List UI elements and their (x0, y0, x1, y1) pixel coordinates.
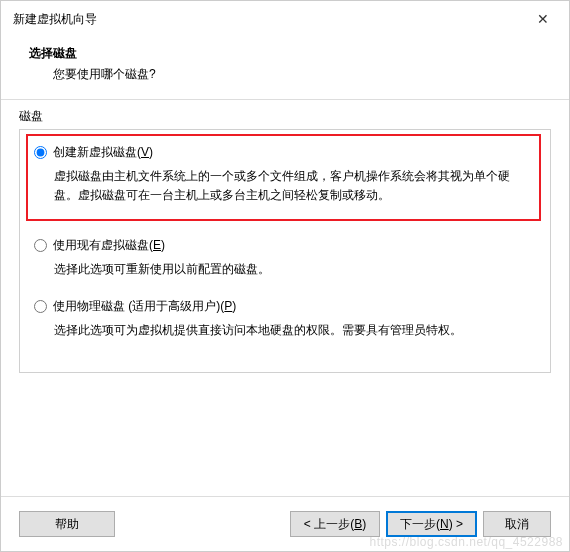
radio-existing[interactable] (34, 239, 47, 252)
radio-create-label[interactable]: 创建新虚拟磁盘(V) (53, 144, 153, 161)
option-create-new: 创建新虚拟磁盘(V) 虚拟磁盘由主机文件系统上的一个或多个文件组成，客户机操作系… (34, 144, 533, 205)
back-button[interactable]: < 上一步(B) (290, 511, 380, 537)
option-existing: 使用现有虚拟磁盘(E) 选择此选项可重新使用以前配置的磁盘。 (34, 237, 536, 279)
cancel-button[interactable]: 取消 (483, 511, 551, 537)
radio-physical-label[interactable]: 使用物理磁盘 (适用于高级用户)(P) (53, 298, 236, 315)
radio-create-new[interactable] (34, 146, 47, 159)
radio-physical[interactable] (34, 300, 47, 313)
footer-buttons: 帮助 < 上一步(B) 下一步(N) > 取消 (1, 511, 569, 537)
highlight-box: 创建新虚拟磁盘(V) 虚拟磁盘由主机文件系统上的一个或多个文件组成，客户机操作系… (26, 134, 541, 221)
help-button[interactable]: 帮助 (19, 511, 115, 537)
radio-existing-desc: 选择此选项可重新使用以前配置的磁盘。 (54, 260, 536, 279)
close-icon[interactable]: ✕ (529, 11, 557, 27)
page-title: 选择磁盘 (29, 45, 541, 62)
option-physical: 使用物理磁盘 (适用于高级用户)(P) 选择此选项可为虚拟机提供直接访问本地硬盘… (34, 298, 536, 340)
footer-divider (1, 496, 569, 497)
radio-existing-label[interactable]: 使用现有虚拟磁盘(E) (53, 237, 165, 254)
groupbox-label: 磁盘 (19, 108, 551, 125)
window-title: 新建虚拟机向导 (13, 11, 97, 28)
radio-physical-desc: 选择此选项可为虚拟机提供直接访问本地硬盘的权限。需要具有管理员特权。 (54, 321, 536, 340)
header-section: 选择磁盘 您要使用哪个磁盘? (1, 37, 569, 99)
page-subtitle: 您要使用哪个磁盘? (53, 66, 541, 83)
content-area: 磁盘 创建新虚拟磁盘(V) 虚拟磁盘由主机文件系统上的一个或多个文件组成，客户机… (1, 100, 569, 373)
next-button[interactable]: 下一步(N) > (386, 511, 477, 537)
radio-create-desc: 虚拟磁盘由主机文件系统上的一个或多个文件组成，客户机操作系统会将其视为单个硬盘。… (54, 167, 533, 205)
disk-groupbox: 创建新虚拟磁盘(V) 虚拟磁盘由主机文件系统上的一个或多个文件组成，客户机操作系… (19, 129, 551, 373)
watermark: https://blog.csdn.net/qq_4522988 (370, 535, 563, 549)
titlebar: 新建虚拟机向导 ✕ (1, 1, 569, 37)
